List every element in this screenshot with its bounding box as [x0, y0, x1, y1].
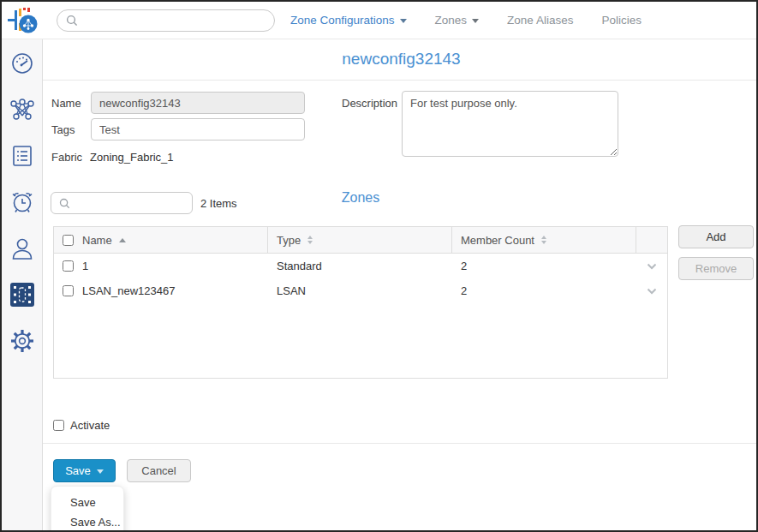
description-field[interactable]: [402, 91, 618, 157]
nav-zone-configurations[interactable]: Zone Configurations: [290, 14, 407, 27]
chevron-down-icon: [97, 469, 104, 474]
sort-both-icon: [307, 236, 313, 244]
save-button-label: Save: [65, 464, 91, 477]
table-row[interactable]: LSAN_new123467 LSAN 2: [54, 278, 667, 303]
list-icon: [12, 145, 33, 167]
sidebar-item-settings[interactable]: [9, 329, 35, 353]
sidebar-item-dashboard[interactable]: [9, 51, 35, 75]
zone-type: Standard: [277, 260, 322, 272]
nav-zones[interactable]: Zones: [435, 14, 480, 27]
title-divider: [43, 80, 758, 81]
top-header: Zone Configurations Zones Zone Aliases P…: [2, 2, 756, 39]
expand-chevron-icon[interactable]: [647, 263, 657, 270]
user-icon: [11, 236, 33, 260]
sidebar-item-inventory[interactable]: [9, 144, 35, 168]
tags-field[interactable]: [91, 118, 305, 140]
items-count: 2 Items: [200, 197, 237, 210]
header-cell-name[interactable]: Name: [54, 227, 268, 253]
menu-item-save[interactable]: Save: [51, 493, 123, 512]
fabric-label: Fabric: [51, 151, 82, 164]
table-header-row: Name Type Member Count: [54, 227, 667, 254]
footer-divider: [43, 443, 758, 444]
save-dropdown-menu: Save Save As...: [51, 486, 124, 532]
add-button[interactable]: Add: [678, 225, 754, 248]
expand-chevron-icon[interactable]: [647, 288, 657, 295]
chevron-down-icon: [400, 19, 407, 23]
table-row[interactable]: 1 Standard 2: [54, 254, 667, 278]
left-sidebar: [2, 39, 43, 532]
nav-label: Zones: [435, 14, 468, 27]
column-label: Member Count: [461, 234, 534, 247]
nav-label: Zone Aliases: [507, 14, 573, 27]
tags-label: Tags: [51, 123, 75, 136]
gear-icon: [10, 329, 34, 353]
zones-search: [51, 192, 193, 214]
header-cell-type[interactable]: Type: [268, 227, 452, 253]
sidebar-item-users[interactable]: [9, 236, 35, 260]
search-icon: [66, 15, 78, 27]
global-search: [57, 9, 275, 32]
nav-policies[interactable]: Policies: [601, 14, 642, 27]
zones-table: Name Type Member Count: [53, 226, 668, 379]
activate-option[interactable]: Activate: [53, 419, 110, 432]
sort-ascending-icon: [119, 238, 126, 242]
main-content: newconfig32143 Name Tags Fabric Zoning_F…: [43, 39, 758, 532]
app-window: Zone Configurations Zones Zone Aliases P…: [0, 0, 758, 532]
app-logo: [2, 2, 43, 39]
sort-both-icon: [541, 236, 546, 244]
zone-type: LSAN: [277, 284, 306, 297]
column-label: Name: [82, 234, 112, 247]
zone-member-count: 2: [461, 284, 467, 297]
zone-member-count: 2: [461, 260, 467, 272]
sidebar-item-events[interactable]: [9, 190, 35, 214]
nav-zone-aliases[interactable]: Zone Aliases: [507, 14, 573, 27]
gauge-icon: [10, 51, 34, 75]
main-nav: Zone Configurations Zones Zone Aliases P…: [290, 14, 642, 27]
topology-icon: [9, 99, 35, 121]
sidebar-item-zoning[interactable]: [9, 283, 35, 307]
zone-name: LSAN_new123467: [82, 284, 175, 297]
header-cell-member-count[interactable]: Member Count: [452, 227, 636, 253]
menu-item-save-as[interactable]: Save As...: [51, 512, 123, 532]
nav-label: Zone Configurations: [290, 14, 395, 27]
save-button[interactable]: Save: [53, 459, 116, 482]
row-checkbox[interactable]: [63, 260, 74, 272]
sidebar-item-topology[interactable]: [9, 98, 35, 122]
nav-label: Policies: [601, 14, 642, 27]
chevron-down-icon: [472, 19, 479, 23]
select-all-checkbox[interactable]: [63, 235, 74, 246]
page-title: newconfig32143: [43, 50, 758, 69]
search-icon: [59, 198, 70, 209]
activate-label: Activate: [70, 419, 110, 432]
remove-button[interactable]: Remove: [678, 257, 754, 280]
fabric-value: Zoning_Fabric_1: [90, 151, 174, 164]
global-search-input[interactable]: [78, 14, 274, 27]
name-field[interactable]: [91, 92, 305, 114]
activate-checkbox[interactable]: [53, 420, 64, 431]
zone-name: 1: [82, 260, 88, 272]
alarm-clock-icon: [10, 190, 34, 214]
zoning-icon: [9, 282, 35, 308]
column-label: Type: [277, 234, 301, 247]
brand-logo-icon: [6, 6, 39, 35]
row-checkbox[interactable]: [63, 285, 74, 296]
cancel-button[interactable]: Cancel: [127, 459, 191, 482]
name-label: Name: [51, 97, 81, 110]
description-label: Description: [342, 97, 397, 110]
header-cell-actions: [636, 227, 667, 253]
zones-search-input[interactable]: [70, 197, 192, 210]
